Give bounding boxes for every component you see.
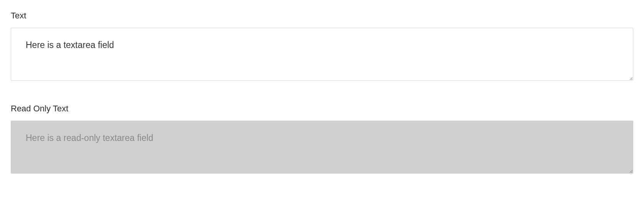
text-textarea[interactable]	[11, 28, 633, 81]
text-group: Text	[11, 11, 633, 82]
readonly-text-group: Read Only Text	[11, 104, 633, 175]
text-label: Text	[11, 11, 633, 21]
readonly-text-label: Read Only Text	[11, 104, 633, 114]
readonly-text-textarea	[11, 121, 633, 174]
